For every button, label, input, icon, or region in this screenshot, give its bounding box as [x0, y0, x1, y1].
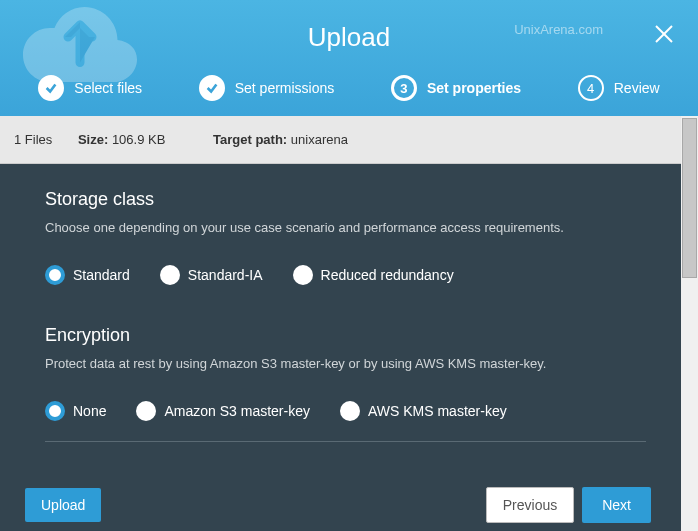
radio-icon — [340, 401, 360, 421]
radio-icon — [45, 401, 65, 421]
check-icon — [199, 75, 225, 101]
step-review[interactable]: 4 Review — [578, 75, 660, 101]
radio-s3-master-key[interactable]: Amazon S3 master-key — [136, 401, 310, 421]
target-path: Target path: unixarena — [213, 132, 370, 147]
watermark-text: UnixArena.com — [514, 22, 603, 37]
radio-standard[interactable]: Standard — [45, 265, 130, 285]
radio-standard-ia[interactable]: Standard-IA — [160, 265, 263, 285]
storage-class-options: Standard Standard-IA Reduced redundancy — [45, 265, 646, 285]
radio-none[interactable]: None — [45, 401, 106, 421]
previous-button[interactable]: Previous — [486, 487, 574, 523]
encryption-title: Encryption — [45, 325, 646, 346]
radio-label: Amazon S3 master-key — [164, 403, 310, 419]
wizard-steps: Select files Set permissions 3 Set prope… — [0, 75, 698, 101]
content-wrapper: 1 Files Size: 106.9 KB Target path: unix… — [0, 116, 698, 531]
step-label: Review — [614, 80, 660, 96]
upload-info-bar: 1 Files Size: 106.9 KB Target path: unix… — [0, 116, 681, 164]
footer-nav: Previous Next — [486, 487, 651, 523]
step-label: Select files — [74, 80, 142, 96]
radio-icon — [293, 265, 313, 285]
properties-panel: Storage class Choose one depending on yo… — [0, 164, 681, 472]
radio-icon — [45, 265, 65, 285]
step-number-icon: 3 — [391, 75, 417, 101]
radio-icon — [160, 265, 180, 285]
radio-reduced-redundancy[interactable]: Reduced redundancy — [293, 265, 454, 285]
files-count: 1 Files — [14, 132, 52, 147]
section-divider — [45, 441, 646, 442]
radio-label: AWS KMS master-key — [368, 403, 507, 419]
step-label: Set properties — [427, 80, 521, 96]
dialog-header: Upload UnixArena.com Select files Set pe… — [0, 0, 698, 116]
radio-label: Reduced redundancy — [321, 267, 454, 283]
dialog-footer: Upload Previous Next — [0, 475, 681, 531]
radio-kms-master-key[interactable]: AWS KMS master-key — [340, 401, 507, 421]
step-select-files[interactable]: Select files — [38, 75, 142, 101]
radio-label: Standard — [73, 267, 130, 283]
step-set-permissions[interactable]: Set permissions — [199, 75, 335, 101]
check-icon — [38, 75, 64, 101]
size-info: Size: 106.9 KB — [78, 132, 187, 147]
step-number-icon: 4 — [578, 75, 604, 101]
step-set-properties[interactable]: 3 Set properties — [391, 75, 521, 101]
scroll-content: 1 Files Size: 106.9 KB Target path: unix… — [0, 116, 681, 531]
upload-button[interactable]: Upload — [25, 488, 101, 522]
radio-label: None — [73, 403, 106, 419]
storage-class-desc: Choose one depending on your use case sc… — [45, 220, 646, 235]
next-button[interactable]: Next — [582, 487, 651, 523]
step-label: Set permissions — [235, 80, 335, 96]
storage-class-title: Storage class — [45, 189, 646, 210]
close-button[interactable] — [652, 22, 676, 46]
encryption-desc: Protect data at rest by using Amazon S3 … — [45, 356, 646, 371]
radio-label: Standard-IA — [188, 267, 263, 283]
encryption-options: None Amazon S3 master-key AWS KMS master… — [45, 401, 646, 421]
radio-icon — [136, 401, 156, 421]
vertical-scrollbar[interactable] — [681, 116, 698, 531]
scroll-thumb[interactable] — [682, 118, 697, 278]
